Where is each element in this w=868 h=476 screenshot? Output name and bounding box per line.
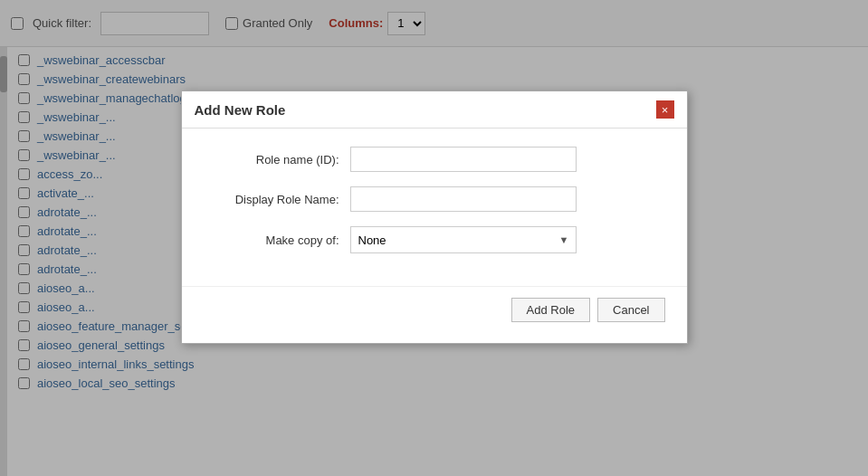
make-copy-select-wrapper: None ▼ (350, 226, 577, 253)
make-copy-row: Make copy of: None ▼ (204, 226, 665, 253)
make-copy-select[interactable]: None (350, 226, 577, 253)
role-name-input[interactable] (350, 147, 577, 172)
cancel-button[interactable]: Cancel (597, 298, 664, 322)
add-new-role-modal: Add New Role × Role name (ID): Display R… (181, 90, 688, 344)
display-role-row: Display Role Name: (204, 186, 665, 212)
role-name-row: Role name (ID): (204, 147, 665, 172)
display-role-label: Display Role Name: (204, 193, 339, 206)
make-copy-label: Make copy of: (204, 233, 339, 247)
modal-overlay: Add New Role × Role name (ID): Display R… (0, 0, 868, 476)
display-role-input[interactable] (350, 186, 577, 212)
add-role-button[interactable]: Add Role (511, 298, 590, 322)
role-name-label: Role name (ID): (204, 153, 339, 167)
modal-title: Add New Role (195, 102, 286, 118)
modal-footer: Add Role Cancel (182, 286, 687, 333)
modal-close-button[interactable]: × (656, 100, 674, 119)
modal-body: Role name (ID): Display Role Name: Make … (182, 129, 687, 286)
modal-header: Add New Role × (182, 91, 687, 129)
